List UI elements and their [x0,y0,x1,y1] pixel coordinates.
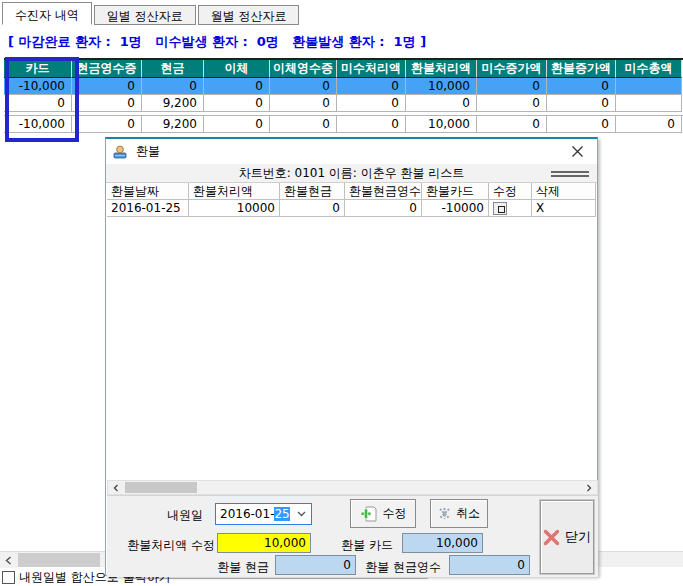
grip-icon [551,171,589,179]
column-header: 환불카드 [422,183,489,200]
refund-card-field[interactable]: 10,000 [402,533,483,553]
grid-cell: 0 [477,116,547,133]
dialog-horizontal-scrollbar[interactable] [107,480,598,495]
grid-cell: 0 [280,200,345,217]
edit-plus-icon [360,505,378,523]
column-header: 현금영수증 [72,60,142,78]
visit-date-label: 내원일 [167,507,203,524]
cancel-icon [438,507,451,520]
column-header: 환불날짜 [107,183,189,200]
refund-grid-header: 환불날짜 환불처리액 환불현금 환불현금영수 환불카드 수정 삭제 [107,183,596,200]
grid-cell: 0 [547,78,616,95]
grid-cell: -10000 [422,200,489,217]
scrollbar-thumb[interactable] [125,482,197,493]
table-row-selected[interactable]: -10,000 0 0 0 0 0 10,000 0 0 [4,78,683,95]
grid-cell: 10,000 [406,116,477,133]
grid-cell: 0 [616,116,682,133]
grid-cell: 0 [337,95,406,112]
refund-card-label: 환불 카드 [335,537,393,554]
refund-amount-input[interactable]: 10,000 [217,533,311,553]
scrollbar-thumb[interactable] [18,553,100,567]
refund-amount-label: 환불처리액 수정 [119,537,215,554]
tab-daily-settlement[interactable]: 일별 정산자료 [94,5,196,25]
settlement-grid-header: 카드 현금영수증 현금 이체 이체영수증 미수처리액 환불처리액 미수증가액 환… [4,60,683,78]
chart-header-bar: 차트번호: 0101 이름: 이춘우 환불 리스트 [106,164,597,183]
patient-summary-text: [ 마감완료 환자 : 1명 미수발생 환자 : 0명 환불발생 환자 : 1명… [8,33,426,51]
grid-cell: 0 [204,78,270,95]
column-header: 수정 [489,183,532,200]
grid-cell: 9,200 [142,116,204,133]
refund-dialog-icon [112,144,128,160]
grid-cell: 0 [72,95,142,112]
close-icon[interactable] [565,141,589,162]
settlement-grid: 카드 현금영수증 현금 이체 이체영수증 미수처리액 환불처리액 미수증가액 환… [4,58,683,133]
grid-cell: 0 [204,116,270,133]
close-button-label: 닫기 [565,528,591,546]
tab-patient-detail[interactable]: 수진자 내역 [2,2,92,25]
grid-cell: 0 [337,78,406,95]
groupbox-divider [132,578,428,579]
table-row-total[interactable]: -10,000 0 9,200 0 0 0 10,000 0 0 0 [4,115,683,133]
refund-dialog: 환불 차트번호: 0101 이름: 이춘우 환불 리스트 환불날짜 환불처리액 … [105,137,598,576]
grid-cell: 0 [477,95,547,112]
scroll-right-arrow-icon[interactable] [581,481,597,494]
column-header: 환불처리액 [406,60,477,78]
grid-cell: 2016-01-25 [107,200,189,217]
dialog-title: 환불 [136,143,160,160]
grid-cell: 9,200 [142,95,204,112]
grid-cell: 0 [547,95,616,112]
refund-table-row[interactable]: 2016-01-25 10000 0 0 -10000 X [107,200,596,217]
grid-cell: 0 [72,116,142,133]
dialog-bottom-panel: 내원일 2016-01-25 수정 [107,495,598,577]
column-header: 환불현금 [280,183,345,200]
tab-strip: 수진자 내역 일별 정산자료 월별 정산자료 [2,2,301,25]
grid-cell-delete[interactable]: X [532,200,596,217]
close-dialog-button[interactable]: 닫기 [540,500,594,574]
app-window: 수진자 내역 일별 정산자료 월별 정산자료 [ 마감완료 환자 : 1명 미수… [0,0,683,586]
visit-date-combobox[interactable]: 2016-01-25 [215,503,312,525]
grid-cell [616,78,682,95]
column-header: 환불증가액 [547,60,616,78]
card-column-annotation-box [5,57,79,142]
visit-date-text: 2016-01- [220,507,274,521]
refund-list-grid: 환불날짜 환불처리액 환불현금 환불현금영수 환불카드 수정 삭제 2016-0… [107,183,596,217]
chart-header-text: 차트번호: 0101 이름: 이춘우 환불 리스트 [239,165,465,182]
grid-cell: 0 [72,78,142,95]
column-header: 미수증가액 [477,60,547,78]
sum-by-visitdate-checkbox[interactable] [2,571,15,584]
table-row[interactable]: 0 0 9,200 0 0 0 0 0 0 [4,95,683,112]
grid-cell: 0 [270,116,337,133]
column-header: 환불처리액 [189,183,280,200]
refund-cash-receipt-field[interactable]: 0 [449,555,530,575]
row-edit-button[interactable] [493,202,507,215]
grid-cell: 0 [477,78,547,95]
edit-button[interactable]: 수정 [350,499,416,528]
visit-date-selected-text: 25 [274,507,289,521]
chevron-down-icon[interactable] [297,511,306,517]
column-header: 이체 [204,60,270,78]
red-x-icon [543,529,560,546]
column-header: 미수총액 [616,60,682,78]
scroll-left-arrow-icon[interactable] [108,481,124,494]
grid-cell: 0 [547,116,616,133]
column-header: 이체영수증 [270,60,337,78]
grid-cell: 0 [337,116,406,133]
cancel-button-label: 취소 [456,505,480,522]
grid-cell: 10,000 [406,78,477,95]
tab-monthly-settlement[interactable]: 월별 정산자료 [198,5,300,25]
grid-cell: 10000 [189,200,280,217]
cancel-button[interactable]: 취소 [430,499,488,528]
grid-cell: 0 [142,78,204,95]
refund-cash-field[interactable]: 0 [275,555,356,575]
grid-cell [616,95,682,112]
scroll-left-arrow-icon[interactable] [0,552,17,568]
grid-cell: 0 [204,95,270,112]
refund-cash-label: 환불 현금 [215,559,269,576]
dialog-titlebar[interactable]: 환불 [106,139,597,164]
grid-cell: 0 [270,78,337,95]
refund-cash-receipt-label: 환불 현금영수 [359,559,441,576]
grid-cell-edit [489,200,532,217]
column-header: 미수처리액 [337,60,406,78]
column-header: 환불현금영수 [345,183,422,200]
grid-cell: 0 [406,95,477,112]
